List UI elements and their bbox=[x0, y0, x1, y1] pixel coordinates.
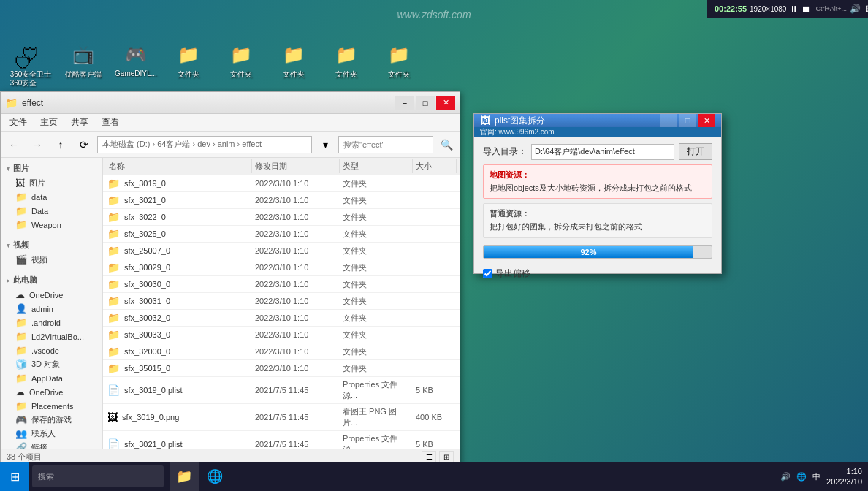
col-size[interactable]: 大小 bbox=[413, 159, 457, 173]
file-type: 文件夹 bbox=[340, 261, 413, 275]
progress-label: 92% bbox=[581, 248, 597, 256]
open-button[interactable]: 打开 bbox=[679, 143, 712, 160]
table-row[interactable]: 🖼 sfx_3019_0.png 2021/7/5 11:45 看图王 PNG … bbox=[103, 404, 460, 431]
forward-button[interactable]: → bbox=[27, 135, 47, 154]
sidebar-item-vscode[interactable]: 📁 .vscode bbox=[1, 343, 102, 357]
taskbar-icon-edge[interactable]: 🌐 bbox=[200, 462, 229, 491]
search-button[interactable]: 🔍 bbox=[436, 135, 457, 154]
dialog-min-button[interactable]: − bbox=[660, 114, 677, 127]
table-row[interactable]: 📁 sfx_3021_0 2022/3/10 1:10 文件夹 bbox=[103, 192, 460, 209]
file-date: 2022/3/10 1:10 bbox=[252, 362, 340, 374]
menu-file[interactable]: 文件 bbox=[4, 115, 33, 130]
menu-share[interactable]: 共享 bbox=[65, 115, 94, 130]
desktop-icon-360[interactable]: 🛡 360安全 bbox=[3, 48, 44, 90]
up-button[interactable]: ↑ bbox=[50, 135, 71, 154]
taskbar-icon-folder[interactable]: 📁 bbox=[170, 462, 199, 491]
table-row[interactable]: 📁 sfx_3025_0 2022/3/10 1:10 文件夹 bbox=[103, 226, 460, 243]
folder-icon-1: 📁 bbox=[175, 41, 202, 69]
table-row[interactable]: 📁 sfx_30031_0 2022/3/10 1:10 文件夹 bbox=[103, 293, 460, 310]
tray-network-icon[interactable]: 🌐 bbox=[796, 472, 807, 482]
table-row[interactable]: 📁 sfx_32000_0 2022/3/10 1:10 文件夹 bbox=[103, 343, 460, 360]
menu-view[interactable]: 查看 bbox=[96, 115, 125, 130]
sidebar-item-appdata[interactable]: 📁 AppData bbox=[1, 371, 102, 385]
col-type[interactable]: 类型 bbox=[340, 159, 413, 173]
menu-home[interactable]: 主页 bbox=[34, 115, 64, 130]
table-row[interactable]: 📁 sfx_35015_0 2022/3/10 1:10 文件夹 bbox=[103, 360, 460, 377]
file-date: 2022/3/10 1:10 bbox=[252, 329, 340, 340]
desktop-icon-youku[interactable]: 📺 优酷客户端 bbox=[58, 39, 108, 81]
dialog-close-button[interactable]: ✕ bbox=[698, 114, 715, 127]
table-row[interactable]: 📁 sfx_30029_0 2022/3/10 1:10 文件夹 bbox=[103, 259, 460, 276]
window-controls: − □ ✕ bbox=[395, 96, 455, 110]
desktop-icon-folder5[interactable]: 📁 文件夹 bbox=[374, 39, 424, 81]
sidebar: ▾ 图片 🖼 图片 📁 data 📁 Data bbox=[1, 158, 103, 449]
table-row[interactable]: 📁 sfx_30033_0 2022/3/10 1:10 文件夹 bbox=[103, 327, 460, 343]
desktop-icon-folder1[interactable]: 📁 文件夹 bbox=[164, 39, 213, 81]
table-row[interactable]: 📁 sfx_30032_0 2022/3/10 1:10 文件夹 bbox=[103, 310, 460, 327]
android-folder-icon: 📁 bbox=[15, 317, 27, 328]
watermark: www.zdsoft.com bbox=[397, 9, 471, 20]
search-input[interactable] bbox=[338, 136, 433, 153]
sidebar-item-pictures[interactable]: 🖼 图片 bbox=[1, 176, 102, 190]
desktop-icon-folder4[interactable]: 📁 文件夹 bbox=[321, 39, 371, 81]
export-move-checkbox[interactable] bbox=[483, 269, 492, 278]
search-label: 搜索 bbox=[38, 471, 54, 482]
sidebar-item-placements[interactable]: 📁 Placements bbox=[1, 399, 102, 413]
table-row[interactable]: 📁 sfx_3019_0 2022/3/10 1:10 文件夹 bbox=[103, 175, 460, 192]
col-name[interactable]: 名称 bbox=[106, 159, 252, 173]
sidebar-item-contacts[interactable]: 👥 联系人 bbox=[1, 427, 102, 441]
sidebar-item-onedrive[interactable]: ☁ OneDrive bbox=[1, 288, 102, 302]
tray-keyboard-icon[interactable]: 中 bbox=[812, 471, 821, 482]
stop-icon[interactable]: ⏹ bbox=[802, 4, 811, 15]
file-icon: 📁 bbox=[107, 362, 120, 374]
export-move-checkbox-label[interactable]: 导出偏移 bbox=[483, 267, 530, 280]
table-row[interactable]: 📁 sfx_25007_0 2022/3/10 1:10 文件夹 bbox=[103, 243, 460, 259]
close-button[interactable]: ✕ bbox=[436, 96, 455, 110]
file-date: 2022/3/10 1:10 bbox=[252, 211, 340, 223]
dialog-max-button[interactable]: □ bbox=[679, 114, 696, 127]
sidebar-item-admin[interactable]: 👤 admin bbox=[1, 302, 102, 316]
file-size bbox=[413, 216, 457, 218]
sidebar-item-3d[interactable]: 🧊 3D 对象 bbox=[1, 357, 102, 371]
sidebar-item-links[interactable]: 🔗 链接 bbox=[1, 441, 102, 449]
sidebar-item-video[interactable]: 🎬 视频 bbox=[1, 253, 102, 267]
file-name-text: sfx_35015_0 bbox=[124, 364, 170, 373]
start-button[interactable]: ⊞ bbox=[0, 462, 29, 491]
desktop-icon-youku-label: 优酷客户端 bbox=[65, 69, 102, 80]
file-size bbox=[413, 199, 457, 202]
table-row[interactable]: 📄 sfx_3019_0.plist 2021/7/5 11:45 Proper… bbox=[103, 377, 460, 404]
import-path-input[interactable] bbox=[531, 144, 674, 160]
taskbar-search[interactable]: 搜索 bbox=[32, 465, 164, 487]
tray-speaker-icon[interactable]: 🔊 bbox=[780, 472, 791, 482]
progress-bar-fill: 92% bbox=[484, 246, 693, 258]
file-date: 2022/3/10 1:10 bbox=[252, 178, 340, 189]
desktop-icon-folder2[interactable]: 📁 文件夹 bbox=[216, 39, 266, 81]
normal-section: 普通资源： 把打包好的图集，拆分成未打包之前的格式 bbox=[483, 203, 712, 237]
sidebar-item-onedrive2[interactable]: ☁ OneDrive bbox=[1, 385, 102, 399]
sidebar-item-data-upper[interactable]: 📁 Data bbox=[1, 204, 102, 218]
pause-icon[interactable]: ⏸ bbox=[789, 4, 799, 15]
sidebar-item-data-lower[interactable]: 📁 data bbox=[1, 190, 102, 204]
table-row[interactable]: 📁 sfx_30030_0 2022/3/10 1:10 文件夹 bbox=[103, 276, 460, 293]
sidebar-item-saved-games[interactable]: 🎮 保存的游戏 bbox=[1, 413, 102, 427]
sidebar-item-weapon[interactable]: 📁 Weapon bbox=[1, 218, 102, 232]
desktop-icon-game[interactable]: 🎮 GameDIYL... bbox=[111, 39, 161, 81]
file-size bbox=[413, 333, 457, 336]
col-date[interactable]: 修改日期 bbox=[252, 159, 340, 173]
taskbar-time: 1:10 2022/3/10 bbox=[826, 466, 862, 487]
table-row[interactable]: 📁 sfx_3022_0 2022/3/10 1:10 文件夹 bbox=[103, 209, 460, 226]
data-upper-icon: 📁 bbox=[15, 205, 27, 216]
sidebar-item-ld2[interactable]: 📁 Ld2VirtualBo... bbox=[1, 330, 102, 343]
refresh-button[interactable]: ⟳ bbox=[74, 135, 94, 154]
back-button[interactable]: ← bbox=[4, 135, 24, 154]
minimize-button[interactable]: − bbox=[395, 96, 414, 110]
maximize-button[interactable]: □ bbox=[416, 96, 435, 110]
sidebar-section-pc-header: ▸ 此电脑 bbox=[1, 273, 102, 288]
sidebar-item-android[interactable]: 📁 .android bbox=[1, 316, 102, 330]
address-go-button[interactable]: ▾ bbox=[315, 135, 335, 154]
file-name-text: sfx_25007_0 bbox=[124, 246, 170, 255]
desktop-icon-folder3[interactable]: 📁 文件夹 bbox=[269, 39, 319, 81]
table-row[interactable]: 📄 sfx_3021_0.plist 2021/7/5 11:45 Proper… bbox=[103, 431, 460, 449]
address-bar[interactable]: 本地磁盘 (D:) › 64客户端 › dev › anim › effect bbox=[97, 136, 312, 153]
file-name-text: sfx_30032_0 bbox=[124, 313, 170, 322]
